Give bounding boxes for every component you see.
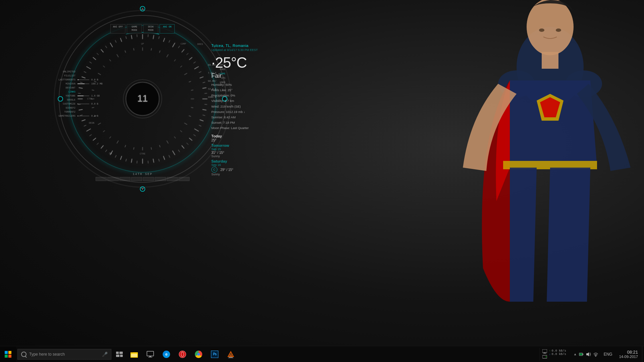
svg-line-38 bbox=[169, 40, 170, 43]
sysinfo-torrentz: TORRENTZ bbox=[54, 111, 103, 113]
upload-speed: 0.0 kB/s bbox=[552, 349, 566, 353]
sysinfo-links: LINKS bbox=[54, 90, 103, 93]
superman-svg bbox=[443, 0, 644, 302]
tray-expand-icon[interactable]: ▲ bbox=[574, 352, 577, 356]
taskbar-app-monitor[interactable] bbox=[142, 346, 158, 362]
sysinfo-deviant: DEVIANT bbox=[54, 86, 103, 89]
svg-text:11: 11 bbox=[138, 93, 148, 104]
hud-widget: 11 ANI OFF GAMEMODE DESKMODE ANI ON UNLI… bbox=[50, 3, 235, 194]
hud-btn-desk-mode[interactable]: DESKMODE bbox=[143, 24, 158, 34]
forecast-tomorrow-cond: Sunny bbox=[211, 155, 285, 158]
svg-line-16 bbox=[163, 156, 165, 160]
seg-2 bbox=[107, 177, 118, 181]
task-view-button[interactable] bbox=[113, 346, 126, 362]
celsius-icon: C bbox=[211, 167, 217, 173]
hud-val-5: 1995 B bbox=[208, 96, 216, 99]
svg-line-37 bbox=[159, 36, 159, 39]
weather-visibility: Visibility: 9.7 km bbox=[211, 98, 285, 104]
network-icon-area bbox=[542, 349, 547, 359]
svg-rect-139 bbox=[544, 353, 546, 353]
forecast-saturday-cond: Sunny bbox=[211, 173, 285, 176]
svg-line-3 bbox=[172, 43, 175, 47]
edge-icon: e bbox=[163, 351, 170, 358]
sysinfo-filelist: FILELIST bbox=[54, 74, 103, 77]
superman-figure bbox=[443, 0, 644, 302]
svg-line-95 bbox=[103, 130, 105, 132]
taskbar-app-chrome[interactable] bbox=[191, 346, 207, 362]
wifi-icon[interactable] bbox=[593, 352, 598, 357]
language-indicator[interactable]: ENG bbox=[601, 352, 615, 357]
svg-line-60 bbox=[84, 125, 86, 126]
svg-line-2 bbox=[163, 38, 165, 42]
svg-line-94 bbox=[109, 136, 111, 138]
seg-3 bbox=[119, 177, 130, 181]
svg-marker-146 bbox=[586, 352, 589, 356]
svg-line-30 bbox=[87, 66, 91, 69]
hud-bottom-segments bbox=[96, 177, 190, 181]
start-button[interactable] bbox=[0, 346, 16, 362]
microphone-icon: 🎤 bbox=[102, 352, 108, 357]
taskbar-app-file-explorer[interactable] bbox=[126, 346, 142, 362]
taskbar-right: ↑ 0.0 kB/s ↓ 0.0 kB/s ▲ bbox=[539, 346, 644, 362]
power-icon[interactable] bbox=[579, 352, 584, 357]
sysinfo-customize: CUSTOMIZE 0.0 B bbox=[54, 103, 103, 105]
hud-sysinfo: UNLIMITED FILELIST LASTTORRENTS 0.0 B MI… bbox=[54, 70, 103, 119]
hud-on-button[interactable]: ON bbox=[109, 152, 112, 155]
svg-line-43 bbox=[203, 82, 205, 83]
hud-btn-ani-on[interactable]: ANI ON bbox=[160, 24, 175, 34]
windows-sq-4 bbox=[8, 355, 11, 358]
windows-sq-3 bbox=[5, 355, 8, 358]
taskbar-app-vlc[interactable] bbox=[223, 346, 239, 362]
clock-area[interactable]: 08:21 14-09-2017 bbox=[615, 348, 642, 360]
svg-line-1 bbox=[153, 35, 154, 39]
svg-line-47 bbox=[199, 125, 201, 126]
svg-line-96 bbox=[98, 123, 101, 125]
svg-line-88 bbox=[159, 145, 160, 147]
weather-pressure: Pressure: 1012.19 mb ↓ bbox=[211, 109, 285, 115]
show-desktop-button[interactable] bbox=[642, 346, 644, 362]
network-monitor-icon bbox=[542, 349, 547, 354]
forecast-saturday-date: Sep 16 bbox=[211, 163, 285, 167]
svg-line-76 bbox=[174, 59, 175, 61]
svg-rect-129 bbox=[148, 357, 152, 358]
forecast-saturday-label: Saturday bbox=[211, 159, 285, 163]
hud-buttons-row: ANI OFF GAMEMODE DESKMODE ANI ON bbox=[110, 24, 175, 34]
svg-line-8 bbox=[203, 87, 207, 88]
weather-location: Tulcea, TL, Romania bbox=[211, 44, 285, 48]
svg-line-49 bbox=[186, 143, 189, 145]
volume-icon[interactable] bbox=[586, 352, 591, 357]
svg-line-39 bbox=[178, 46, 180, 48]
weather-feels-like: Feels Like: 25° bbox=[211, 87, 285, 93]
svg-line-69 bbox=[115, 40, 116, 43]
svg-point-147 bbox=[595, 356, 596, 357]
hud-label-game: GAME bbox=[220, 72, 225, 75]
seg-4 bbox=[131, 177, 142, 181]
svg-line-79 bbox=[189, 81, 191, 82]
svg-line-52 bbox=[159, 159, 159, 162]
upload-arrow-icon: ↑ bbox=[549, 349, 551, 352]
taskbar-app-edge[interactable]: e bbox=[158, 346, 174, 362]
svg-line-104 bbox=[109, 59, 111, 61]
download-arrow-icon: ↓ bbox=[549, 353, 551, 356]
svg-line-48 bbox=[194, 134, 196, 136]
sysinfo-lasttorrents: LASTTORRENTS 0.0 B bbox=[54, 78, 103, 81]
photoshop-icon: Ps bbox=[211, 351, 218, 358]
hud-btn-ani-off[interactable]: ANI OFF bbox=[110, 24, 125, 34]
forecast-tomorrow-date: Sep 15 bbox=[211, 147, 285, 151]
svg-rect-145 bbox=[580, 353, 582, 355]
svg-line-68 bbox=[105, 46, 107, 48]
search-box[interactable]: Type here to search 🎤 bbox=[17, 349, 111, 360]
svg-rect-123 bbox=[116, 355, 119, 357]
svg-rect-138 bbox=[542, 349, 547, 353]
svg-line-85 bbox=[180, 130, 182, 132]
svg-rect-140 bbox=[543, 353, 546, 354]
svg-rect-127 bbox=[147, 351, 154, 356]
hud-btn-game-mode[interactable]: GAMEMODE bbox=[127, 24, 142, 34]
search-icon bbox=[21, 352, 26, 357]
svg-line-67 bbox=[97, 53, 99, 55]
taskbar-app-opera[interactable] bbox=[174, 346, 191, 362]
svg-line-33 bbox=[110, 43, 112, 47]
taskbar-app-photoshop[interactable]: Ps bbox=[207, 346, 223, 362]
search-placeholder: Type here to search bbox=[29, 352, 102, 357]
forecast-today: Today 25° bbox=[211, 134, 285, 142]
